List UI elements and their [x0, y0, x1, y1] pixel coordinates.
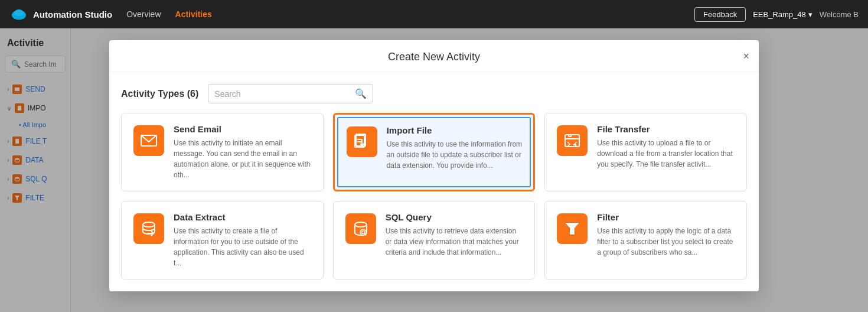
- activity-card-file-transfer[interactable]: File Transfer Use this activity to uploa…: [544, 113, 747, 191]
- feedback-button[interactable]: Feedback: [694, 7, 746, 22]
- data-extract-icon-wrapper: [132, 212, 165, 245]
- activity-card-import-file[interactable]: Import File Use this activity to use the…: [333, 113, 536, 191]
- sql-query-icon: [345, 213, 376, 244]
- file-transfer-icon: [557, 125, 588, 156]
- nav-right: Feedback EEB_Ramp_48 ▾ Welcome B: [694, 7, 859, 22]
- app-logo: Automation Studio: [9, 5, 112, 24]
- modal-overlay: Create New Activity × Activity Types (6)…: [0, 28, 868, 312]
- nav-links: Overview Activities: [126, 9, 680, 19]
- filter-icon: [557, 213, 588, 244]
- activity-card-filter[interactable]: Filter Use this activity to apply the lo…: [544, 201, 747, 280]
- search-icon: 🔍: [355, 88, 367, 99]
- import-file-content: Import File Use this activity to use the…: [387, 125, 523, 171]
- main-layout: Activitie 🔍 › SEND ∨ IMPO • All Impo: [0, 28, 868, 312]
- app-title: Automation Studio: [33, 9, 112, 20]
- filter-title: Filter: [597, 212, 736, 222]
- activity-card-sql-query[interactable]: SQL Query Use this activity to retrieve …: [333, 201, 536, 280]
- sql-query-title: SQL Query: [386, 212, 524, 222]
- activity-grid: Send Email Use this activity to initiate…: [121, 113, 747, 280]
- modal-title: Create New Activity: [121, 51, 747, 63]
- filter-icon-wrapper: [556, 212, 589, 245]
- file-transfer-content: File Transfer Use this activity to uploa…: [597, 124, 736, 170]
- file-transfer-icon-wrapper: [556, 124, 589, 157]
- search-input[interactable]: [214, 89, 350, 99]
- nav-activities[interactable]: Activities: [175, 9, 212, 19]
- welcome-text: Welcome B: [820, 10, 859, 19]
- import-file-icon: [347, 126, 377, 157]
- send-email-title: Send Email: [174, 124, 312, 134]
- import-file-title: Import File: [387, 125, 523, 135]
- sql-query-content: SQL Query Use this activity to retrieve …: [386, 212, 524, 258]
- top-nav: Automation Studio Overview Activities Fe…: [0, 0, 868, 28]
- data-extract-title: Data Extract: [174, 212, 312, 222]
- modal-body: Activity Types (6) 🔍: [109, 72, 759, 291]
- data-extract-icon: [133, 213, 164, 244]
- data-extract-content: Data Extract Use this activity to create…: [174, 212, 312, 268]
- user-name: EEB_Ramp_48: [753, 10, 806, 19]
- send-email-icon-wrapper: [132, 124, 165, 157]
- sql-query-icon-wrapper: [344, 212, 377, 245]
- svg-point-23: [355, 222, 367, 227]
- file-transfer-title: File Transfer: [597, 124, 736, 134]
- chevron-down-icon: ▾: [808, 10, 812, 19]
- activity-card-send-email[interactable]: Send Email Use this activity to initiate…: [121, 113, 324, 191]
- activity-types-header: Activity Types (6) 🔍: [121, 84, 747, 103]
- activity-types-title: Activity Types (6): [121, 89, 198, 99]
- send-email-desc: Use this activity to initiate an email m…: [174, 138, 312, 180]
- modal-header: Create New Activity ×: [109, 40, 759, 72]
- sql-query-desc: Use this activity to retrieve data exten…: [386, 226, 524, 258]
- send-email-icon: [133, 125, 164, 156]
- filter-desc: Use this activity to apply the logic of …: [597, 226, 736, 258]
- search-box[interactable]: 🔍: [208, 84, 373, 103]
- send-email-content: Send Email Use this activity to initiate…: [174, 124, 312, 180]
- svg-rect-17: [565, 135, 579, 147]
- import-file-icon-wrapper: [345, 125, 378, 158]
- svg-point-21: [143, 222, 155, 227]
- user-menu[interactable]: EEB_Ramp_48 ▾: [753, 10, 812, 19]
- modal-close-button[interactable]: ×: [743, 50, 749, 62]
- data-extract-desc: Use this activity to create a file of in…: [174, 226, 312, 268]
- nav-overview[interactable]: Overview: [126, 9, 161, 19]
- create-activity-modal: Create New Activity × Activity Types (6)…: [109, 40, 759, 291]
- filter-content: Filter Use this activity to apply the lo…: [597, 212, 736, 258]
- file-transfer-desc: Use this activity to upload a file to or…: [597, 138, 736, 170]
- import-file-desc: Use this activity to use the information…: [387, 139, 523, 171]
- activity-card-data-extract[interactable]: Data Extract Use this activity to create…: [121, 201, 324, 280]
- svg-point-3: [14, 9, 24, 16]
